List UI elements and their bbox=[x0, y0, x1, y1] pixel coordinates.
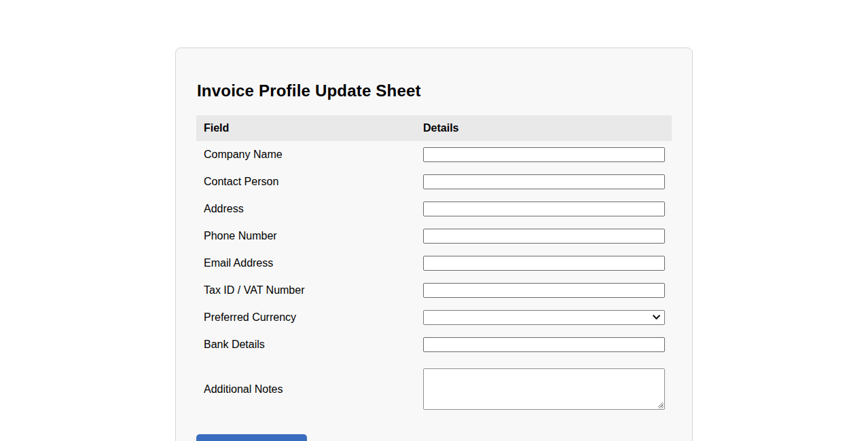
table-row-contact-person: Contact Person bbox=[196, 168, 672, 195]
table-row-address: Address bbox=[196, 195, 672, 223]
table-row-phone-number: Phone Number bbox=[196, 223, 672, 250]
details-cell bbox=[415, 174, 672, 189]
contact-person-input[interactable] bbox=[423, 174, 665, 189]
table-row-email-address: Email Address bbox=[196, 250, 672, 277]
details-cell bbox=[415, 283, 672, 298]
tax-id-input[interactable] bbox=[423, 283, 665, 298]
page-title: Invoice Profile Update Sheet bbox=[197, 82, 672, 99]
field-label-address: Address bbox=[196, 203, 415, 215]
table-header-row: Field Details bbox=[196, 115, 672, 141]
field-label-company-name: Company Name bbox=[196, 149, 415, 161]
notes-textarea-wrapper bbox=[423, 368, 665, 410]
details-cell bbox=[415, 202, 672, 216]
email-address-input[interactable] bbox=[423, 256, 665, 271]
details-cell bbox=[415, 310, 672, 325]
bank-details-input[interactable] bbox=[423, 337, 665, 352]
column-header-field: Field bbox=[196, 122, 415, 134]
field-label-tax-id: Tax ID / VAT Number bbox=[196, 284, 415, 296]
preferred-currency-select[interactable] bbox=[423, 310, 665, 325]
table-row-company-name: Company Name bbox=[196, 141, 672, 168]
table-row-bank-details: Bank Details bbox=[196, 331, 672, 358]
invoice-profile-card: Invoice Profile Update Sheet Field Detai… bbox=[175, 47, 693, 441]
field-label-bank-details: Bank Details bbox=[196, 339, 415, 351]
table-row-additional-notes: Additional Notes bbox=[196, 358, 672, 417]
field-label-email-address: Email Address bbox=[196, 257, 415, 269]
table-row-preferred-currency: Preferred Currency bbox=[196, 304, 672, 331]
table-row-tax-id: Tax ID / VAT Number bbox=[196, 277, 672, 304]
field-label-contact-person: Contact Person bbox=[196, 176, 415, 188]
details-cell bbox=[415, 256, 672, 271]
column-header-details: Details bbox=[415, 122, 672, 134]
field-label-additional-notes: Additional Notes bbox=[196, 383, 415, 396]
field-label-phone-number: Phone Number bbox=[196, 230, 415, 242]
company-name-input[interactable] bbox=[423, 147, 665, 162]
details-cell bbox=[415, 337, 672, 352]
currency-select-wrapper bbox=[423, 310, 665, 325]
details-cell bbox=[415, 229, 672, 244]
invoice-profile-table: Field Details Company Name Contact Perso… bbox=[196, 115, 672, 417]
details-cell bbox=[415, 147, 672, 162]
address-input[interactable] bbox=[423, 202, 665, 216]
submit-button[interactable] bbox=[196, 434, 307, 441]
phone-number-input[interactable] bbox=[423, 229, 665, 244]
additional-notes-textarea[interactable] bbox=[423, 368, 665, 410]
details-cell bbox=[415, 368, 672, 410]
field-label-preferred-currency: Preferred Currency bbox=[196, 311, 415, 324]
